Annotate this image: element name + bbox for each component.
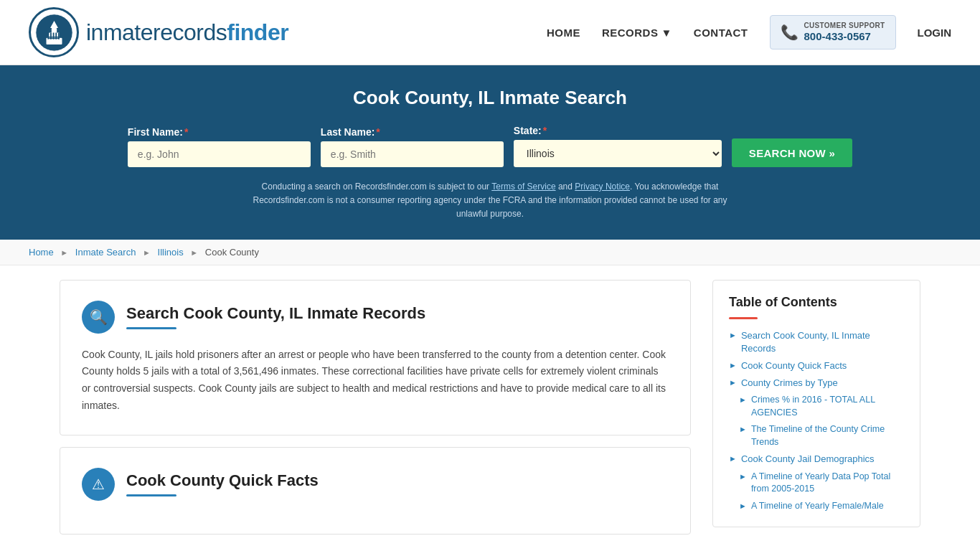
toc-item-1[interactable]: ► Cook County Quick Facts (729, 359, 904, 372)
breadcrumb-home[interactable]: Home (29, 247, 54, 258)
chevron-down-icon: ▼ (661, 27, 672, 39)
last-name-input[interactable] (321, 141, 504, 167)
toc-chevron-2: ► (729, 378, 737, 387)
state-field: State:* Illinois Alabama Alaska (514, 125, 722, 167)
search-form: First Name:* Last Name:* State:* Illinoi… (29, 125, 951, 167)
state-select[interactable]: Illinois Alabama Alaska (514, 140, 722, 167)
breadcrumb-sep-2: ► (143, 248, 151, 257)
warning-icon: ⚠ (92, 476, 105, 493)
hero-section: Cook County, IL Inmate Search First Name… (0, 65, 980, 240)
toc-link-2[interactable]: County Crimes by Type (741, 377, 838, 390)
search-icon: 🔍 (90, 309, 108, 326)
toc-divider (729, 317, 758, 319)
headphone-icon: 📞 (781, 24, 798, 41)
svg-rect-11 (49, 37, 60, 38)
customer-support-button[interactable]: 📞 CUSTOMER SUPPORT 800-433-0567 (770, 15, 896, 50)
toc-item-5[interactable]: ► Cook County Jail Demographics (729, 453, 904, 466)
search-button[interactable]: SEARCH NOW » (732, 138, 852, 167)
nav-contact[interactable]: CONTACT (694, 27, 748, 39)
section-quick-facts: ⚠ Cook County Quick Facts (60, 447, 691, 534)
toc-chevron-3: ► (739, 395, 747, 404)
toc-title: Table of Contents (729, 295, 904, 310)
section-header-facts: ⚠ Cook County Quick Facts (82, 468, 669, 501)
toc-chevron-7: ► (739, 501, 747, 510)
support-number: 800-433-0567 (804, 30, 885, 43)
required-star-state: * (543, 125, 547, 136)
breadcrumb-cook-county: Cook County (205, 247, 259, 258)
breadcrumb-illinois[interactable]: Illinois (158, 247, 184, 258)
toc-sublist-crimes: ► Crimes % in 2016 - TOTAL ALL AGENCIES … (739, 394, 904, 448)
toc-item-6[interactable]: ► A Timeline of Yearly Data Pop Total fr… (739, 471, 904, 496)
toc-chevron-1: ► (729, 361, 737, 369)
svg-rect-5 (47, 32, 49, 39)
logo-icon (29, 7, 79, 57)
toc-link-7[interactable]: A Timeline of Yearly Female/Male (751, 500, 884, 513)
toc-link-6[interactable]: A Timeline of Yearly Data Pop Total from… (751, 471, 904, 496)
breadcrumb: Home ► Inmate Search ► Illinois ► Cook C… (0, 240, 980, 265)
toc-chevron-0: ► (729, 331, 737, 339)
section-title-search: Search Cook County, IL Inmate Records (126, 304, 425, 323)
support-label: CUSTOMER SUPPORT (804, 22, 885, 30)
warning-icon-circle: ⚠ (82, 468, 115, 501)
first-name-input[interactable] (128, 141, 311, 167)
logo-area: inmaterecordsfinder (29, 7, 288, 57)
breadcrumb-sep-1: ► (60, 248, 68, 257)
toc-sublist-demographics: ► A Timeline of Yearly Data Pop Total fr… (739, 471, 904, 513)
hero-disclaimer: Conducting a search on Recordsfinder.com… (239, 180, 741, 222)
section-title-facts: Cook County Quick Facts (126, 471, 319, 490)
nav-records[interactable]: RECORDS ▼ (602, 27, 672, 39)
toc-item-0[interactable]: ► Search Cook County, IL Inmate Records (729, 329, 904, 355)
section-title-underline (126, 327, 176, 329)
search-icon-circle: 🔍 (82, 301, 115, 334)
first-name-label: First Name:* (128, 126, 188, 138)
required-star-first: * (184, 126, 188, 138)
last-name-field: Last Name:* (321, 126, 504, 167)
svg-rect-10 (46, 37, 62, 37)
toc-item-4[interactable]: ► The Timeline of the County Crime Trend… (739, 423, 904, 448)
toc-chevron-4: ► (739, 425, 747, 433)
toc-list: ► Search Cook County, IL Inmate Records … (729, 329, 904, 512)
toc-link-1[interactable]: Cook County Quick Facts (741, 359, 847, 372)
section-body-search: Cook County, IL jails hold prisoners aft… (82, 347, 669, 415)
nav-records-label: RECORDS (602, 27, 659, 39)
breadcrumb-inmate-search[interactable]: Inmate Search (75, 247, 136, 258)
section-inmate-records: 🔍 Search Cook County, IL Inmate Records … (60, 280, 691, 435)
toc-item-2[interactable]: ► County Crimes by Type (729, 377, 904, 390)
main-nav: HOME RECORDS ▼ CONTACT 📞 CUSTOMER SUPPOR… (547, 15, 951, 50)
logo-text: inmaterecordsfinder (86, 19, 288, 46)
main-content: 🔍 Search Cook County, IL Inmate Records … (31, 265, 949, 551)
toc-link-3[interactable]: Crimes % in 2016 - TOTAL ALL AGENCIES (751, 394, 904, 419)
privacy-link[interactable]: Privacy Notice (575, 182, 630, 192)
first-name-field: First Name:* (128, 126, 311, 167)
toc-item-3[interactable]: ► Crimes % in 2016 - TOTAL ALL AGENCIES (739, 394, 904, 419)
site-header: inmaterecordsfinder HOME RECORDS ▼ CONTA… (0, 0, 980, 65)
toc-item-7[interactable]: ► A Timeline of Yearly Female/Male (739, 500, 904, 513)
state-label: State:* (514, 125, 547, 136)
content-left: 🔍 Search Cook County, IL Inmate Records … (60, 280, 712, 546)
logo-bold-text: finder (227, 19, 288, 45)
last-name-label: Last Name:* (321, 126, 380, 138)
nav-home[interactable]: HOME (547, 27, 580, 39)
toc-chevron-5: ► (729, 454, 737, 463)
section-header-search: 🔍 Search Cook County, IL Inmate Records (82, 301, 669, 334)
logo-main-text: inmaterecords (86, 19, 227, 45)
breadcrumb-sep-3: ► (190, 248, 198, 257)
content-right: Table of Contents ► Search Cook County, … (712, 280, 920, 546)
nav-login[interactable]: LOGIN (918, 27, 952, 39)
hero-title: Cook County, IL Inmate Search (29, 87, 951, 109)
toc-link-5[interactable]: Cook County Jail Demographics (741, 453, 875, 466)
toc-link-4[interactable]: The Timeline of the County Crime Trends (751, 423, 904, 448)
tos-link[interactable]: Terms of Service (491, 182, 555, 192)
section-title-underline-facts (126, 494, 176, 496)
toc-box: Table of Contents ► Search Cook County, … (712, 280, 920, 527)
toc-chevron-6: ► (739, 472, 747, 481)
required-star-last: * (376, 126, 380, 138)
toc-link-0[interactable]: Search Cook County, IL Inmate Records (741, 329, 904, 355)
